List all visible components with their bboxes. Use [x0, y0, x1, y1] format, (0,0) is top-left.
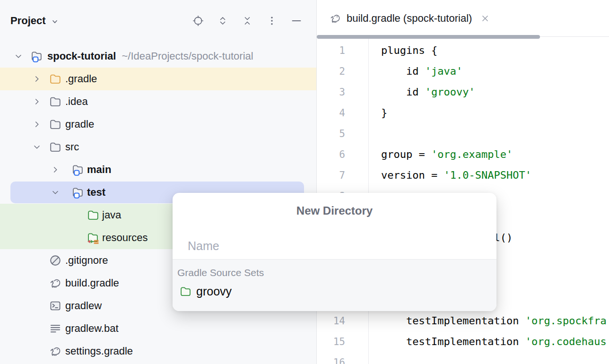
line-number: 7 [317, 165, 368, 186]
code-text: id [381, 65, 425, 77]
folder-green-icon [87, 208, 100, 222]
code-string: 'java' [425, 65, 462, 77]
item-label: .idea [65, 95, 88, 107]
code-line: testImplementation 'org.codehaus [381, 331, 609, 352]
chevron-right-icon[interactable] [32, 119, 42, 130]
line-number: 3 [317, 82, 368, 103]
gradle-file-icon [329, 12, 341, 25]
tree-row--idea[interactable]: .idea [0, 90, 316, 113]
folder-orange-icon [49, 72, 62, 86]
chevron-down-icon [51, 17, 59, 26]
item-label: resources [102, 232, 148, 243]
code-text: testImplementation [381, 315, 525, 327]
line-number: 4 [317, 103, 368, 123]
item-label: java [102, 209, 121, 221]
project-panel-header: Project [0, 0, 316, 45]
code-line: id 'java' [381, 61, 609, 82]
code-text: } [381, 107, 387, 119]
item-label: .gitignore [65, 254, 108, 266]
project-view-selector[interactable]: Project [10, 15, 59, 27]
project-folder-icon [71, 163, 85, 176]
line-number: 16 [317, 352, 368, 364]
code-string: 'org.codehaus [525, 336, 607, 347]
item-label: src [65, 141, 79, 153]
tree-row-gradle[interactable]: gradle [0, 113, 316, 136]
folder-icon [49, 118, 62, 131]
project-toolbar [192, 15, 303, 27]
project-folder-icon [30, 50, 44, 63]
chevron-down-icon[interactable] [50, 187, 61, 198]
editor-tab-build-gradle[interactable]: build.gradle (spock-tutorial) [329, 12, 490, 25]
tree-row-settings-gradle[interactable]: settings.gradle [0, 340, 316, 363]
tree-row-main[interactable]: main [0, 158, 316, 181]
code-line: } [381, 103, 609, 123]
line-number: 5 [317, 123, 368, 144]
item-label: spock-tutorial [47, 50, 116, 62]
code-text: version = [381, 169, 444, 181]
item-label: test [87, 186, 105, 198]
close-tab-icon[interactable] [480, 14, 490, 23]
item-label: main [87, 164, 111, 175]
code-line [381, 352, 609, 364]
chevron-right-icon[interactable] [32, 74, 42, 84]
tree-row--gradle[interactable]: .gradle [0, 68, 316, 90]
code-line: id 'groovy' [381, 82, 609, 103]
code-string: 'org.spockfra [525, 315, 607, 327]
tree-row-src[interactable]: src [0, 136, 316, 158]
code-text: id [381, 86, 425, 98]
tree-row-spock-tutorial[interactable]: spock-tutorial~/IdeaProjects/spock-tutor… [0, 45, 316, 68]
item-label: gradlew.bat [65, 322, 119, 334]
code-text: plugins { [381, 44, 437, 56]
locate-icon[interactable] [192, 15, 204, 27]
project-folder-icon [71, 186, 85, 199]
ignored-file-icon [49, 254, 62, 267]
tree-row-gradlew-bat[interactable]: gradlew.bat [0, 317, 316, 340]
shell-file-icon [49, 299, 62, 312]
more-options-icon[interactable] [266, 15, 278, 27]
code-text: group = [381, 148, 431, 160]
new-directory-popup: New Directory Gradle Source Sets groovy [173, 193, 496, 311]
item-label: build.gradle [65, 277, 119, 289]
item-label: settings.gradle [65, 345, 133, 357]
code-line: version = '1.0-SNAPSHOT' [381, 165, 609, 186]
tab-scrollbar-thumb[interactable] [317, 35, 540, 39]
item-label: gradlew [65, 300, 102, 312]
chevron-down-icon[interactable] [13, 51, 24, 61]
folder-icon [49, 140, 62, 154]
popup-title: New Directory [173, 204, 496, 217]
suggestions-list: groovy [173, 285, 496, 298]
editor-tab-bar: build.gradle (spock-tutorial) [317, 0, 609, 37]
folder-icon [49, 95, 62, 108]
item-label: gradle [65, 118, 94, 130]
code-string: 'org.example' [431, 148, 513, 160]
code-string: 'groovy' [425, 86, 475, 98]
directory-name-input[interactable] [188, 234, 481, 257]
code-line: testImplementation 'org.spockfra [381, 311, 609, 331]
text-file-icon [49, 322, 62, 335]
code-line: plugins { [381, 40, 609, 61]
expand-all-icon[interactable] [217, 15, 229, 27]
project-view-label: Project [10, 15, 46, 27]
line-number: 1 [317, 40, 368, 61]
popup-suggestions: Gradle Source Sets groovy [173, 259, 496, 311]
resources-folder-icon [87, 231, 100, 244]
chevron-right-icon[interactable] [32, 96, 42, 107]
code-text: testImplementation [381, 336, 525, 347]
suggestion-label: groovy [196, 285, 232, 298]
folder-icon [179, 285, 192, 298]
hide-icon[interactable] [290, 15, 303, 27]
gradle-file-icon [49, 277, 62, 290]
line-number: 15 [317, 331, 368, 352]
suggestion-item-groovy[interactable]: groovy [173, 285, 496, 298]
suggestions-section-label: Gradle Source Sets [173, 260, 496, 278]
item-path: ~/IdeaProjects/spock-tutorial [122, 50, 253, 62]
chevron-right-icon[interactable] [50, 165, 61, 175]
line-number: 6 [317, 144, 368, 165]
collapse-all-icon[interactable] [241, 15, 253, 27]
chevron-down-icon[interactable] [32, 142, 42, 152]
code-string: '1.0-SNAPSHOT' [444, 169, 531, 181]
gradle-file-icon [49, 345, 62, 358]
code-line [381, 123, 609, 144]
code-line: group = 'org.example' [381, 144, 609, 165]
ide-window: Project spock-tutorial~/IdeaProjects/spo… [0, 0, 609, 364]
